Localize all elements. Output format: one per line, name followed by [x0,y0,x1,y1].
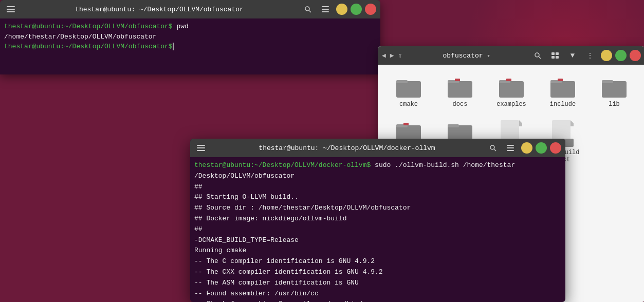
terminal-2-line-10: -- The CXX compiler identification is GN… [194,267,561,278]
svg-marker-37 [571,120,574,126]
svg-point-43 [490,145,494,149]
fm-close-button[interactable]: ✕ [630,50,641,61]
terminal-2-hamburger-icon[interactable] [504,141,517,155]
terminal-1-body: thestar@ubuntu:~/Desktop/OLLVM/obfuscato… [0,18,380,74]
svg-rect-1 [7,9,15,10]
svg-rect-26 [602,80,613,83]
terminal-1-search-icon[interactable] [301,3,315,16]
terminal-1-line-1: thestar@ubuntu:~/Desktop/OLLVM/obfuscato… [4,22,376,32]
svg-rect-29 [403,123,409,125]
terminal-window-1: thestar@ubuntu: ~/Desktop/OLLVM/obfuscat… [0,0,380,74]
svg-rect-12 [551,56,555,59]
terminal-2-line-7: -DCMAKE_BUILD_TYPE=Release [194,235,561,246]
svg-rect-13 [556,56,559,59]
terminal-1-hamburger-icon[interactable] [319,3,332,16]
svg-rect-40 [197,145,205,146]
fm-nav-up-icon[interactable]: ⇧ [398,51,402,60]
folder-examples-label: examples [496,101,526,108]
terminal-2-line-1b: /Desktop/OLLVM/obfuscator [194,171,561,182]
terminal-2-line-5: ## Docker image: nickdiego/ollvm-build [194,214,561,224]
terminal-2-line-11: -- The ASM compiler identification is GN… [194,278,561,289]
svg-rect-5 [322,6,329,7]
terminal-2-line-1: thestar@ubuntu:~/Desktop/OLLVM/docker-ol… [194,160,561,171]
svg-point-3 [305,7,309,11]
fm-view-icon[interactable] [548,49,562,62]
svg-rect-0 [7,6,15,7]
svg-rect-6 [322,9,329,10]
terminal-2-body: thestar@ubuntu:~/Desktop/OLLVM/docker-ol… [190,157,565,302]
fm-search-icon[interactable] [531,49,544,62]
fm-nav-forward-icon[interactable]: ▶ [390,51,394,60]
svg-rect-42 [197,150,205,151]
terminal-2-maximize-button[interactable]: □ [536,142,547,154]
fm-sort-icon[interactable]: ▼ [566,49,579,62]
terminal-2-line-4: ## Source dir : /home/thestar/Desktop/OL… [194,203,561,214]
svg-rect-45 [507,145,514,146]
terminal-2-menu-icon[interactable] [194,141,208,155]
folder-docs-label: docs [453,101,468,108]
file-manager-title: obfuscator ▾ [406,52,527,60]
svg-rect-18 [455,79,460,81]
svg-point-8 [535,53,539,57]
terminal-2-minimize-button[interactable]: ─ [521,142,532,154]
svg-rect-25 [602,81,627,98]
svg-rect-46 [507,147,514,148]
svg-marker-33 [519,120,522,126]
terminal-2-line-2: ## [194,182,561,193]
terminal-1-line-2: /home/thestar/Desktop/OLLVM/obfuscator [4,32,376,42]
file-manager-titlebar: ◀ ▶ ⇧ obfuscator ▾ ▼ ⋮ ─ □ ✕ [378,46,644,65]
terminal-2-search-icon[interactable] [486,141,500,155]
terminal-1-minimize-button[interactable]: ─ [336,4,347,15]
folder-docs[interactable]: docs [437,73,483,111]
svg-rect-14 [396,81,421,98]
svg-line-9 [539,57,541,59]
svg-rect-24 [558,79,563,81]
svg-line-4 [309,11,311,13]
svg-rect-47 [507,150,514,151]
svg-rect-41 [197,147,205,148]
svg-rect-7 [322,11,329,12]
terminal-window-2: thestar@ubuntu: ~/Desktop/OLLVM/docker-o… [190,139,565,302]
terminal-1-close-button[interactable]: ✕ [365,4,376,15]
svg-rect-10 [551,52,555,55]
fm-minimize-button[interactable]: ─ [601,50,612,61]
terminal-1-menu-icon[interactable] [4,3,17,16]
fm-menu-icon[interactable]: ⋮ [583,49,597,62]
svg-rect-19 [499,81,524,98]
terminal-2-close-button[interactable]: ✕ [550,142,561,154]
fm-nav-back-icon[interactable]: ◀ [382,51,386,60]
svg-rect-22 [550,81,575,98]
svg-rect-31 [448,124,459,127]
folder-cmake[interactable]: cmake [386,73,431,111]
terminal-1-title: thestar@ubuntu: ~/Desktop/OLLVM/obfuscat… [22,6,297,13]
terminal-2-line-6: ## [194,224,561,235]
svg-rect-15 [396,80,408,83]
terminal-2-line-12: -- Found assembler: /usr/bin/cc [194,289,561,299]
folder-examples[interactable]: examples [489,73,534,111]
svg-rect-2 [7,11,15,12]
terminal-2-titlebar: thestar@ubuntu: ~/Desktop/OLLVM/docker-o… [190,139,565,157]
fm-maximize-button[interactable]: □ [615,50,627,61]
terminal-1-titlebar: thestar@ubuntu: ~/Desktop/OLLVM/obfuscat… [0,0,380,18]
terminal-1-line-3: thestar@ubuntu:~/Desktop/OLLVM/obfuscato… [4,42,376,52]
folder-lib-label: lib [609,101,620,108]
terminal-2-line-3: ## Starting O-LLVM build.. [194,192,561,203]
terminal-1-maximize-button[interactable]: □ [351,4,362,15]
terminal-2-title: thestar@ubuntu: ~/Desktop/OLLVM/docker-o… [212,144,482,152]
terminal-2-line-13: -- Check for working C compiler: /usr/bi… [194,299,561,302]
folder-include[interactable]: include [540,73,585,111]
terminal-2-line-9: -- The C compiler identification is GNU … [194,256,561,267]
svg-rect-16 [448,81,472,98]
svg-rect-11 [556,52,559,55]
svg-line-44 [494,149,496,152]
svg-rect-21 [506,79,511,81]
folder-lib[interactable]: lib [592,73,637,111]
folder-include-label: include [550,101,576,108]
folder-cmake-label: cmake [399,101,418,108]
terminal-2-line-8: Running cmake [194,246,561,256]
